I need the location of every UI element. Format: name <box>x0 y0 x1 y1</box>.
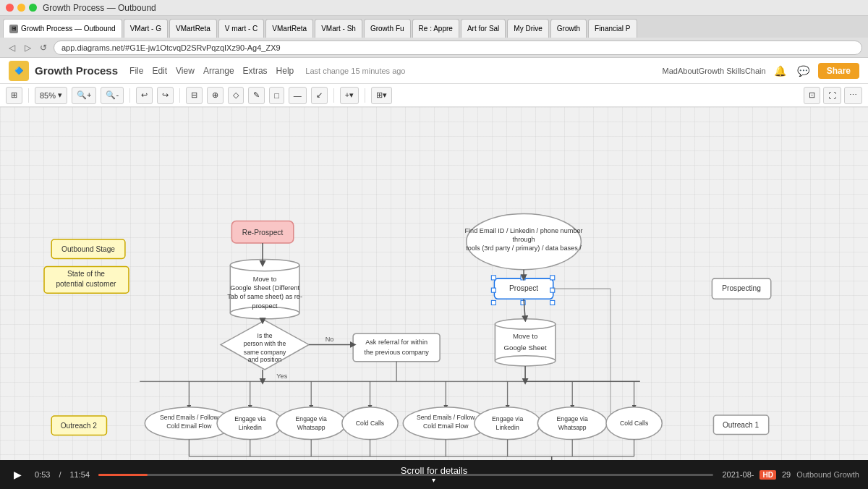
svg-point-13 <box>467 213 582 269</box>
arrow-button[interactable]: ↙ <box>311 87 328 104</box>
tab-5[interactable]: VMart - Sh <box>315 19 362 38</box>
menu-edit[interactable]: Edit <box>152 66 167 76</box>
chat-button[interactable]: 💬 <box>795 62 812 80</box>
minimize-button[interactable] <box>17 4 25 12</box>
svg-rect-0 <box>51 239 125 258</box>
svg-text:the previous company: the previous company <box>364 349 429 356</box>
video-info-right: 2021-08- HD 29 Outbound Growth <box>722 470 859 480</box>
play-pause-button[interactable]: ▶ <box>9 466 26 483</box>
redo-button[interactable]: ↪ <box>157 87 174 104</box>
zoom-out-button[interactable]: 🔍- <box>101 87 124 104</box>
undo-button[interactable]: ↩ <box>136 87 153 104</box>
toolbar-separator-1 <box>28 88 29 103</box>
header-right: MadAboutGrowth SkillsChain 🔔 💬 Share <box>663 62 859 80</box>
window-controls[interactable] <box>6 4 37 12</box>
svg-point-83 <box>475 407 541 440</box>
tab-label: Growth Process — Outbound <box>21 25 116 33</box>
svg-text:through: through <box>513 236 535 243</box>
tab-favicon: ⊞ <box>9 25 18 33</box>
maximize-button[interactable] <box>29 4 37 12</box>
svg-point-69 <box>145 407 233 440</box>
pen-tool-button[interactable]: ✎ <box>248 87 265 104</box>
svg-text:Cold Email Flow: Cold Email Flow <box>166 422 212 430</box>
tab-11[interactable]: Financial P <box>588 19 637 38</box>
toolbar-separator-2 <box>129 88 130 103</box>
user-label: MadAboutGrowth SkillsChain <box>663 67 766 75</box>
share-button[interactable]: Share <box>818 63 859 79</box>
app-header: 🔷 Growth Process File Edit View Arrange … <box>0 58 868 84</box>
toolbar: ⊞ 85% ▾ 🔍+ 🔍- ↩ ↪ ⊟ ⊕ ◇ ✎ □ — ↙ +▾ ⊞▾ ⊡ … <box>0 84 868 107</box>
svg-rect-11 <box>231 221 293 244</box>
svg-text:Send Emails / Follow: Send Emails / Follow <box>417 414 475 421</box>
zoom-in-button[interactable]: 🔍+ <box>72 87 96 104</box>
tab-2[interactable]: VMartReta <box>169 19 217 38</box>
tab-3[interactable]: V mart - C <box>218 19 265 38</box>
notifications-button[interactable]: 🔔 <box>772 62 789 80</box>
back-button[interactable]: ◁ <box>6 42 17 54</box>
svg-text:Prospect: Prospect <box>509 284 538 292</box>
line-button[interactable]: — <box>289 87 307 104</box>
svg-text:Engage via: Engage via <box>296 415 327 422</box>
total-time: 11:54 <box>69 470 90 479</box>
time-separator: / <box>59 470 61 479</box>
tab-bar: ⊞ Growth Process — Outbound VMart - G VM… <box>0 16 868 38</box>
more-button[interactable]: ⋯ <box>844 87 862 104</box>
toolbar-separator-4 <box>333 88 334 103</box>
svg-text:Find Email ID / Linkedin / pho: Find Email ID / Linkedin / phone number <box>465 227 583 234</box>
svg-text:Yes: Yes <box>276 373 287 380</box>
svg-text:person with the: person with the <box>244 340 286 347</box>
toolbar-separator-3 <box>179 88 180 103</box>
toolbar-separator-5 <box>365 88 365 103</box>
table-button[interactable]: ⊞▾ <box>371 87 392 104</box>
svg-point-89 <box>606 407 662 440</box>
reload-button[interactable]: ↺ <box>38 42 49 54</box>
svg-text:same company: same company <box>244 349 286 356</box>
app-logo: 🔷 <box>9 61 29 81</box>
tab-6[interactable]: Growth Fu <box>364 19 411 38</box>
active-tab[interactable]: ⊞ Growth Process — Outbound <box>3 19 122 38</box>
format-button[interactable]: ◇ <box>228 87 244 104</box>
svg-rect-9 <box>713 415 768 434</box>
svg-point-80 <box>403 407 488 440</box>
shape-button[interactable]: □ <box>269 87 284 104</box>
tab-10[interactable]: Growth <box>550 19 587 38</box>
forward-button[interactable]: ▷ <box>22 42 33 54</box>
duplicate-button[interactable]: ⊕ <box>207 87 224 104</box>
diagram-canvas[interactable]: Outbound Stage State of the potential cu… <box>0 107 868 460</box>
tab-8[interactable]: Art for Sal <box>461 19 506 38</box>
svg-text:Prospecting: Prospecting <box>722 284 761 292</box>
svg-text:Cold Calls: Cold Calls <box>356 420 384 427</box>
svg-rect-22 <box>491 288 495 292</box>
svg-text:Ask referral for within: Ask referral for within <box>365 339 427 346</box>
address-bar[interactable]: app.diagrams.net/#G1E-jw1OtcvqD2SRvPqzqI… <box>54 41 862 55</box>
zoom-display[interactable]: 85% ▾ <box>35 87 67 104</box>
close-button[interactable] <box>6 4 14 12</box>
add-button[interactable]: +▾ <box>340 87 359 104</box>
svg-rect-39 <box>353 333 440 362</box>
page-toggle-button[interactable]: ⊞ <box>6 87 22 104</box>
menu-file[interactable]: File <box>129 66 143 76</box>
svg-marker-34 <box>221 320 309 370</box>
menu-extras[interactable]: Extras <box>243 66 268 76</box>
video-bar: ▶ 0:53 / 11:54 Scroll for details ▾ 2021… <box>0 460 868 489</box>
svg-point-44 <box>495 356 555 366</box>
svg-text:Outbound Stage: Outbound Stage <box>61 245 115 253</box>
tab-9[interactable]: My Drive <box>507 19 548 38</box>
fullscreen-button[interactable]: ⛶ <box>823 87 841 104</box>
diagram-svg: Outbound Stage State of the potential cu… <box>0 107 868 460</box>
tab-1[interactable]: VMart - G <box>124 19 168 38</box>
svg-text:Whatsapp: Whatsapp <box>558 424 587 431</box>
svg-text:Send Emails / Follow: Send Emails / Follow <box>160 414 218 421</box>
svg-text:Engage via: Engage via <box>557 415 588 422</box>
window-title: Growth Process — Outbound <box>43 3 156 13</box>
tab-7[interactable]: Re : Appre <box>412 19 459 38</box>
menu-view[interactable]: View <box>176 66 195 76</box>
delete-button[interactable]: ⊟ <box>186 87 203 104</box>
progress-bar-fill <box>98 474 148 476</box>
svg-text:Outreach 2: Outreach 2 <box>61 422 98 430</box>
svg-text:Linkedin: Linkedin <box>496 424 519 431</box>
menu-help[interactable]: Help <box>276 66 294 76</box>
menu-arrange[interactable]: Arrange <box>203 66 234 76</box>
fit-page-button[interactable]: ⊡ <box>804 87 820 104</box>
tab-4[interactable]: VMartReta <box>265 19 313 38</box>
